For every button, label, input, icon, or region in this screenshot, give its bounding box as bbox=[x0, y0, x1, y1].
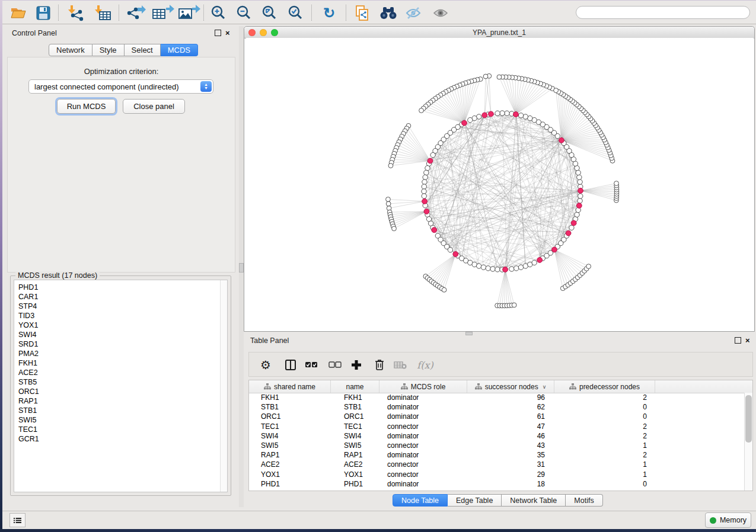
mcds-node[interactable] bbox=[513, 112, 519, 117]
close-panel-button[interactable]: Close panel bbox=[123, 99, 185, 114]
network-node[interactable] bbox=[512, 303, 516, 307]
mcds-node[interactable] bbox=[537, 257, 543, 262]
network-node[interactable] bbox=[386, 197, 391, 202]
zoom-out-button[interactable] bbox=[234, 4, 254, 22]
network-node[interactable] bbox=[468, 117, 473, 122]
horizontal-split-grip[interactable] bbox=[465, 332, 473, 335]
network-node[interactable] bbox=[495, 267, 500, 272]
mcds-node[interactable] bbox=[552, 247, 557, 252]
table-scrollbar[interactable] bbox=[744, 393, 752, 491]
network-node[interactable] bbox=[422, 180, 427, 184]
network-node[interactable] bbox=[486, 266, 490, 271]
table-row[interactable]: RAP1RAP1dominator352 bbox=[249, 450, 745, 460]
criterion-select[interactable]: largest connected component (undirected)… bbox=[28, 79, 213, 94]
float-panel-icon[interactable] bbox=[215, 30, 221, 36]
tab-network[interactable]: Network bbox=[49, 44, 92, 56]
table-row[interactable]: ACE2ACE2connector311 bbox=[249, 460, 745, 469]
tab-select[interactable]: Select bbox=[125, 44, 161, 56]
table-row[interactable]: YOX1YOX1connector291 bbox=[249, 470, 745, 479]
network-node[interactable] bbox=[490, 267, 495, 271]
network-node[interactable] bbox=[577, 175, 582, 180]
table-options-button[interactable]: ⚙ bbox=[257, 356, 275, 374]
table-scrollbar-thumb[interactable] bbox=[745, 395, 752, 443]
network-node[interactable] bbox=[497, 75, 502, 79]
table-row[interactable]: STB1STB1dominator620 bbox=[249, 402, 745, 412]
column-browser-button[interactable] bbox=[282, 356, 299, 374]
zoom-selected-button[interactable] bbox=[285, 4, 305, 22]
network-node[interactable] bbox=[425, 166, 430, 171]
mcds-result-item[interactable]: STP4 bbox=[14, 302, 220, 311]
mcds-result-item[interactable]: CAR1 bbox=[14, 292, 220, 302]
mcds-result-item[interactable]: STB1 bbox=[14, 406, 220, 415]
mcds-node[interactable] bbox=[453, 252, 458, 257]
mcds-result-item[interactable]: YOX1 bbox=[14, 321, 220, 330]
network-node[interactable] bbox=[388, 164, 393, 168]
mcds-result-item[interactable]: ACE2 bbox=[14, 368, 220, 377]
mcds-list-scrollbar[interactable] bbox=[220, 280, 227, 492]
float-panel-icon[interactable] bbox=[735, 337, 741, 344]
mcds-node[interactable] bbox=[566, 230, 571, 236]
mcds-node[interactable] bbox=[462, 120, 467, 126]
network-node[interactable] bbox=[419, 108, 424, 113]
tab-node-table[interactable]: Node Table bbox=[393, 494, 448, 507]
mcds-result-item[interactable]: STB5 bbox=[14, 377, 220, 387]
run-mcds-button[interactable]: Run MCDS bbox=[57, 99, 116, 114]
mcds-result-item[interactable]: FKH1 bbox=[14, 358, 220, 368]
close-panel-icon[interactable]: × bbox=[745, 338, 750, 343]
network-node[interactable] bbox=[586, 264, 591, 269]
mcds-node[interactable] bbox=[432, 227, 437, 233]
refresh-layout-button[interactable]: ↻ bbox=[319, 4, 339, 22]
mcds-node[interactable] bbox=[482, 113, 487, 118]
table-row[interactable]: TEC1TEC1connector472 bbox=[249, 422, 745, 431]
export-image-button[interactable] bbox=[177, 4, 202, 22]
table-row[interactable]: SWI4SWI4dominator462 bbox=[249, 431, 745, 441]
mcds-node[interactable] bbox=[428, 158, 433, 164]
network-node[interactable] bbox=[576, 170, 580, 175]
tab-network-table[interactable]: Network Table bbox=[502, 494, 566, 507]
mcds-result-item[interactable]: GCR1 bbox=[14, 434, 220, 444]
network-node[interactable] bbox=[423, 175, 428, 180]
import-table-button[interactable] bbox=[91, 4, 114, 22]
column-header-predecessor-nodes[interactable]: predecessor nodes bbox=[554, 380, 655, 393]
network-node[interactable] bbox=[505, 111, 509, 116]
network-node[interactable] bbox=[518, 265, 523, 270]
network-node[interactable] bbox=[392, 226, 397, 231]
mcds-result-item[interactable]: RAP1 bbox=[14, 396, 220, 406]
select-all-columns-button[interactable] bbox=[302, 356, 320, 374]
hide-selected-button[interactable] bbox=[403, 4, 423, 22]
add-column-button[interactable] bbox=[347, 356, 365, 374]
tab-mcds[interactable]: MCDS bbox=[161, 44, 198, 56]
mcds-result-item[interactable]: ORC1 bbox=[14, 387, 220, 396]
network-node[interactable] bbox=[422, 194, 426, 198]
delete-table-button[interactable] bbox=[391, 356, 409, 374]
network-node[interactable] bbox=[477, 264, 481, 268]
mcds-result-item[interactable]: SWI5 bbox=[14, 415, 220, 425]
vertical-split-grip[interactable] bbox=[239, 263, 244, 273]
network-node[interactable] bbox=[514, 266, 519, 271]
zoom-fit-button[interactable] bbox=[259, 4, 279, 22]
mcds-node[interactable] bbox=[422, 198, 428, 204]
zoom-in-button[interactable] bbox=[208, 4, 228, 22]
network-node[interactable] bbox=[422, 189, 426, 194]
mcds-node[interactable] bbox=[424, 209, 429, 214]
mcds-result-item[interactable]: TID3 bbox=[14, 311, 220, 321]
tab-motifs[interactable]: Motifs bbox=[566, 494, 602, 507]
network-node[interactable] bbox=[569, 225, 574, 230]
show-all-button[interactable] bbox=[430, 4, 451, 22]
mcds-node[interactable] bbox=[578, 188, 583, 193]
mcds-result-item[interactable]: PMA2 bbox=[14, 349, 220, 358]
network-node[interactable] bbox=[422, 184, 426, 189]
table-row[interactable]: SWI5SWI5connector431 bbox=[249, 441, 745, 450]
network-node[interactable] bbox=[495, 111, 500, 116]
network-node[interactable] bbox=[578, 194, 583, 198]
import-network-button[interactable] bbox=[64, 4, 88, 22]
network-node[interactable] bbox=[578, 198, 582, 203]
mcds-result-item[interactable]: TEC1 bbox=[14, 425, 220, 434]
close-panel-icon[interactable]: × bbox=[225, 30, 230, 36]
network-node[interactable] bbox=[500, 111, 505, 116]
mcds-node[interactable] bbox=[489, 111, 494, 117]
network-node[interactable] bbox=[483, 74, 488, 79]
network-node[interactable] bbox=[554, 88, 559, 93]
mcds-node[interactable] bbox=[559, 137, 564, 143]
deselect-all-columns-button[interactable] bbox=[326, 356, 344, 374]
